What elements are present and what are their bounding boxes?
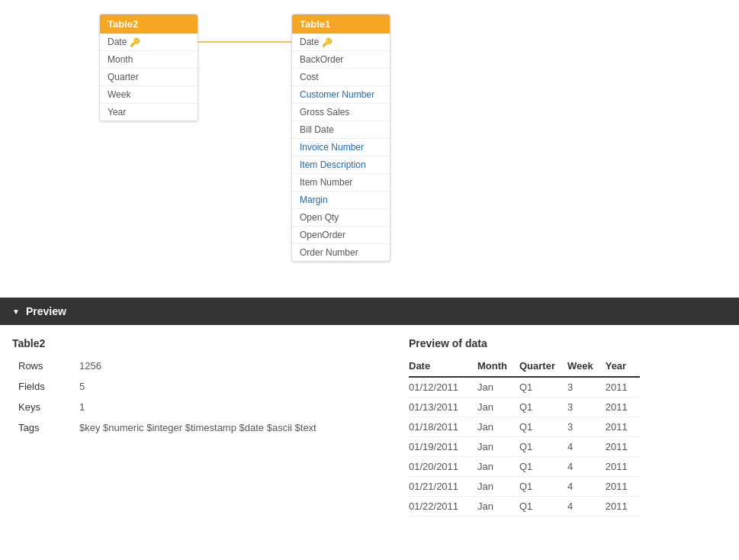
table2-field-quarter[interactable]: Quarter xyxy=(100,69,198,86)
preview-cell: 4 xyxy=(567,457,606,477)
key-icon-date: 🔑 xyxy=(130,37,140,47)
invoice-number-text: Invoice Number xyxy=(300,142,364,153)
preview-data-row: 01/21/2011JanQ142011 xyxy=(409,477,640,497)
backorder-text: BackOrder xyxy=(300,54,343,65)
key-icon-t1-date: 🔑 xyxy=(322,37,333,47)
preview-cell: Q1 xyxy=(519,437,567,457)
item-number-text: Item Number xyxy=(300,177,352,188)
preview-cell: 4 xyxy=(567,497,606,517)
month-text: Month xyxy=(108,54,133,65)
item-description-text: Item Description xyxy=(300,159,366,170)
diagram-area: Table2 Date 🔑 Month Quarter Week Year Ta… xyxy=(0,0,739,298)
bill-date-text: Bill Date xyxy=(300,124,334,135)
preview-cell: Jan xyxy=(477,377,519,397)
table1-field-order-number[interactable]: Order Number xyxy=(292,244,390,261)
preview-cell: Jan xyxy=(477,477,519,497)
preview-cell: 01/12/2011 xyxy=(409,377,477,397)
meta-value: 1 xyxy=(73,397,378,417)
preview-header-row: DateMonthQuarterWeekYear xyxy=(409,356,640,377)
meta-value: 1256 xyxy=(73,356,378,376)
metadata-table: Rows1256Fields5Keys1Tags$key $numeric $i… xyxy=(12,356,378,438)
quarter-text: Quarter xyxy=(108,72,139,82)
preview-data-row: 01/18/2011JanQ132011 xyxy=(409,417,640,437)
preview-cell: 4 xyxy=(567,437,606,457)
preview-cell: 01/18/2011 xyxy=(409,417,477,437)
table2-metadata-title: Table2 xyxy=(12,337,378,349)
preview-cell: Q1 xyxy=(519,417,567,437)
table1-field-margin[interactable]: Margin xyxy=(292,191,390,209)
open-order-text: OpenOrder xyxy=(300,230,345,240)
table1-box: Table1 Date 🔑 BackOrder Cost Customer Nu… xyxy=(291,14,390,262)
customer-number-text: Customer Number xyxy=(300,89,374,100)
preview-column-header: Week xyxy=(567,356,606,377)
preview-data-row: 01/22/2011JanQ142011 xyxy=(409,497,640,517)
preview-cell: Q1 xyxy=(519,497,567,517)
table2-header: Table2 xyxy=(100,14,198,34)
preview-cell: Q1 xyxy=(519,377,567,397)
preview-cell: 3 xyxy=(567,417,606,437)
preview-table: DateMonthQuarterWeekYear 01/12/2011JanQ1… xyxy=(409,356,640,517)
preview-cell: Jan xyxy=(477,397,519,417)
preview-cell: Jan xyxy=(477,457,519,477)
metadata-row: Fields5 xyxy=(12,376,378,397)
table1-field-customer-number[interactable]: Customer Number xyxy=(292,86,390,104)
preview-cell: 2011 xyxy=(606,377,640,397)
preview-cell: Q1 xyxy=(519,477,567,497)
triangle-icon: ▼ xyxy=(12,307,20,316)
preview-cell: 01/13/2011 xyxy=(409,397,477,417)
preview-cell: 01/19/2011 xyxy=(409,437,477,457)
table1-field-invoice-number[interactable]: Invoice Number xyxy=(292,139,390,156)
table1-field-item-description[interactable]: Item Description xyxy=(292,156,390,174)
preview-cell: 2011 xyxy=(606,397,640,417)
preview-cell: 01/20/2011 xyxy=(409,457,477,477)
table2-field-week[interactable]: Week xyxy=(100,86,198,104)
table1-field-open-qty[interactable]: Open Qty xyxy=(292,209,390,227)
table2-field-month[interactable]: Month xyxy=(100,51,198,69)
table2-field-year[interactable]: Year xyxy=(100,104,198,121)
preview-data-row: 01/19/2011JanQ142011 xyxy=(409,437,640,457)
table1-field-open-order[interactable]: OpenOrder xyxy=(292,227,390,244)
meta-value: 5 xyxy=(73,376,378,397)
week-text: Week xyxy=(108,89,130,100)
preview-cell: Q1 xyxy=(519,397,567,417)
preview-label: Preview xyxy=(26,305,66,317)
margin-text: Margin xyxy=(300,195,328,205)
table1-field-bill-date[interactable]: Bill Date xyxy=(292,121,390,139)
date-text: Date xyxy=(108,37,127,47)
table2-box: Table2 Date 🔑 Month Quarter Week Year xyxy=(99,14,198,121)
preview-data-row: 01/13/2011JanQ132011 xyxy=(409,397,640,417)
preview-cell: Q1 xyxy=(519,457,567,477)
data-preview-section: Preview of data DateMonthQuarterWeekYear… xyxy=(409,337,727,517)
preview-cell: 3 xyxy=(567,397,606,417)
t1-date-text: Date xyxy=(300,37,319,47)
metadata-section: Table2 Rows1256Fields5Keys1Tags$key $num… xyxy=(12,337,378,517)
preview-cell: Jan xyxy=(477,437,519,457)
gross-sales-text: Gross Sales xyxy=(300,107,349,117)
preview-cell: 2011 xyxy=(606,417,640,437)
preview-column-header: Year xyxy=(606,356,640,377)
preview-column-header: Date xyxy=(409,356,477,377)
order-number-text: Order Number xyxy=(300,247,358,258)
meta-label: Tags xyxy=(12,417,73,438)
year-text: Year xyxy=(108,107,126,117)
metadata-row: Keys1 xyxy=(12,397,378,417)
preview-data-row: 01/12/2011JanQ132011 xyxy=(409,377,640,397)
preview-bar: ▼ Preview xyxy=(0,298,739,325)
preview-cell: 4 xyxy=(567,477,606,497)
preview-cell: Jan xyxy=(477,417,519,437)
preview-cell: 2011 xyxy=(606,477,640,497)
table1-header: Table1 xyxy=(292,14,390,34)
table1-field-item-number[interactable]: Item Number xyxy=(292,174,390,191)
meta-label: Fields xyxy=(12,376,73,397)
table1-field-cost[interactable]: Cost xyxy=(292,69,390,86)
preview-cell: Jan xyxy=(477,497,519,517)
preview-content: Table2 Rows1256Fields5Keys1Tags$key $num… xyxy=(0,325,739,529)
meta-label: Keys xyxy=(12,397,73,417)
preview-cell: 3 xyxy=(567,377,606,397)
table1-field-date[interactable]: Date 🔑 xyxy=(292,34,390,51)
table1-field-backorder[interactable]: BackOrder xyxy=(292,51,390,69)
table2-field-date[interactable]: Date 🔑 xyxy=(100,34,198,51)
table1-field-gross-sales[interactable]: Gross Sales xyxy=(292,104,390,121)
cost-text: Cost xyxy=(300,72,319,82)
preview-column-header: Month xyxy=(477,356,519,377)
